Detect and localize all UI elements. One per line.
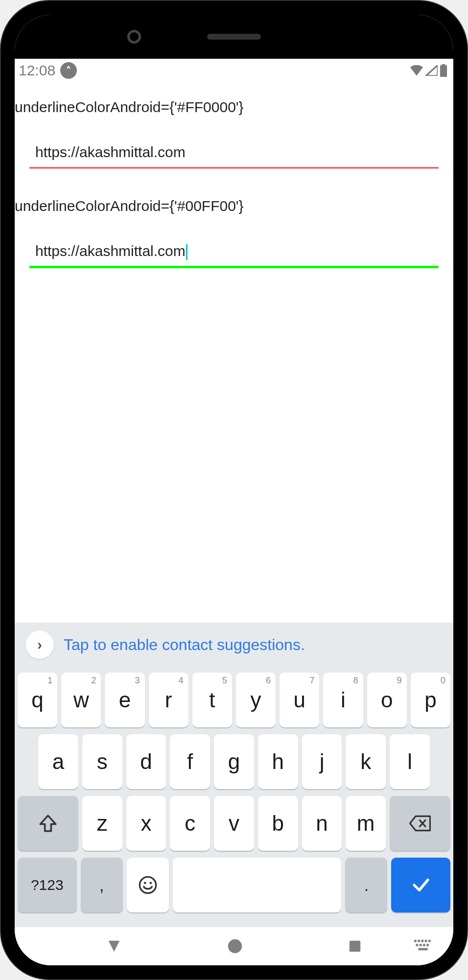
svg-rect-14 bbox=[423, 944, 425, 946]
svg-rect-10 bbox=[425, 940, 427, 942]
device-notch bbox=[15, 15, 453, 59]
key-y[interactable]: y6 bbox=[236, 673, 276, 727]
phone-frame: 12:08 ˄ underlineColorAndroid={'#FF0000'… bbox=[0, 0, 468, 980]
keyboard-row-3: zxcvbnm bbox=[18, 796, 450, 851]
key-l[interactable]: l bbox=[390, 734, 430, 789]
camera-dot bbox=[127, 30, 141, 44]
svg-rect-0 bbox=[440, 65, 447, 77]
key-n[interactable]: n bbox=[302, 796, 342, 851]
nav-back-button[interactable] bbox=[106, 938, 122, 955]
svg-point-4 bbox=[149, 882, 152, 885]
nav-home-button[interactable] bbox=[227, 938, 243, 955]
label-underline-red: underlineColorAndroid={'#FF0000'} bbox=[15, 99, 453, 116]
key-f[interactable]: f bbox=[170, 734, 210, 789]
soft-keyboard: q1w2e3r4t5y6u7i8o9p0 asdfghjkl zxcvbnm ?… bbox=[15, 667, 453, 927]
keyboard-row-1: q1w2e3r4t5y6u7i8o9p0 bbox=[18, 673, 450, 727]
nav-recents-button[interactable] bbox=[348, 939, 362, 954]
keyboard-row-2: asdfghjkl bbox=[18, 734, 450, 789]
svg-rect-6 bbox=[349, 941, 360, 952]
status-time: 12:08 bbox=[19, 62, 55, 79]
key-m[interactable]: m bbox=[346, 796, 386, 851]
svg-rect-13 bbox=[420, 944, 422, 946]
nav-keyboard-switch-button[interactable] bbox=[414, 939, 432, 953]
shift-key[interactable] bbox=[18, 796, 78, 851]
key-g[interactable]: g bbox=[214, 734, 254, 789]
signal-icon bbox=[425, 65, 438, 76]
wifi-icon bbox=[410, 65, 423, 76]
svg-rect-9 bbox=[421, 940, 423, 942]
key-i[interactable]: i8 bbox=[323, 673, 363, 727]
key-q[interactable]: q1 bbox=[18, 673, 57, 727]
key-w[interactable]: w2 bbox=[61, 673, 101, 727]
status-right bbox=[410, 64, 447, 77]
chevron-right-icon: › bbox=[37, 636, 42, 653]
key-b[interactable]: b bbox=[258, 796, 298, 851]
svg-rect-11 bbox=[428, 940, 431, 942]
svg-point-2 bbox=[140, 877, 156, 893]
shift-icon bbox=[39, 814, 57, 833]
status-bar: 12:08 ˄ bbox=[15, 59, 453, 82]
key-d[interactable]: d bbox=[126, 734, 166, 789]
key-t[interactable]: t5 bbox=[192, 673, 232, 727]
svg-point-5 bbox=[228, 939, 242, 953]
key-c[interactable]: c bbox=[170, 796, 210, 851]
system-nav-bar bbox=[15, 927, 453, 965]
period-key[interactable]: . bbox=[345, 858, 387, 912]
battery-icon bbox=[440, 64, 447, 77]
svg-rect-1 bbox=[442, 64, 445, 66]
svg-rect-8 bbox=[418, 940, 420, 942]
key-v[interactable]: v bbox=[214, 796, 254, 851]
comma-key[interactable]: , bbox=[81, 858, 123, 912]
key-z[interactable]: z bbox=[82, 796, 122, 851]
key-k[interactable]: k bbox=[346, 734, 386, 789]
speaker-slot bbox=[207, 34, 261, 40]
space-key[interactable] bbox=[173, 858, 341, 912]
backspace-key[interactable] bbox=[390, 796, 450, 851]
text-input-green-wrap[interactable]: https://akashmittal.com bbox=[29, 238, 439, 268]
key-a[interactable]: a bbox=[38, 734, 78, 789]
svg-rect-12 bbox=[416, 944, 419, 946]
text-input-red[interactable] bbox=[29, 139, 439, 167]
text-input-red-wrap[interactable] bbox=[29, 139, 439, 168]
svg-rect-7 bbox=[414, 940, 417, 942]
app-content: underlineColorAndroid={'#FF0000'} underl… bbox=[15, 82, 453, 965]
key-s[interactable]: s bbox=[82, 734, 122, 789]
text-input-green[interactable]: https://akashmittal.com bbox=[29, 238, 439, 266]
keyboard-suggestion-bar: › Tap to enable contact suggestions. bbox=[15, 623, 453, 667]
text-cursor bbox=[186, 244, 187, 260]
key-x[interactable]: x bbox=[126, 796, 166, 851]
label-underline-green: underlineColorAndroid={'#00FF00'} bbox=[15, 198, 453, 214]
key-j[interactable]: j bbox=[302, 734, 342, 789]
emoji-key[interactable] bbox=[127, 858, 169, 912]
key-h[interactable]: h bbox=[258, 734, 298, 789]
key-r[interactable]: r4 bbox=[149, 673, 188, 727]
svg-rect-16 bbox=[418, 948, 427, 951]
key-o[interactable]: o9 bbox=[367, 673, 407, 727]
keyboard-row-4: ?123 , . bbox=[18, 858, 450, 912]
backspace-icon bbox=[409, 815, 431, 832]
suggestion-expand-button[interactable]: › bbox=[25, 630, 54, 659]
emoji-icon bbox=[138, 875, 158, 895]
svg-rect-15 bbox=[426, 944, 429, 946]
key-e[interactable]: e3 bbox=[105, 673, 144, 727]
phone-screen: 12:08 ˄ underlineColorAndroid={'#FF0000'… bbox=[15, 15, 453, 965]
check-icon bbox=[411, 875, 431, 895]
svg-point-3 bbox=[144, 882, 146, 885]
symbols-key[interactable]: ?123 bbox=[18, 858, 77, 912]
suggestion-text[interactable]: Tap to enable contact suggestions. bbox=[64, 636, 305, 654]
key-u[interactable]: u7 bbox=[280, 673, 319, 727]
app-notification-icon: ˄ bbox=[60, 62, 77, 79]
key-p[interactable]: p0 bbox=[411, 673, 450, 727]
enter-key[interactable] bbox=[391, 858, 450, 912]
